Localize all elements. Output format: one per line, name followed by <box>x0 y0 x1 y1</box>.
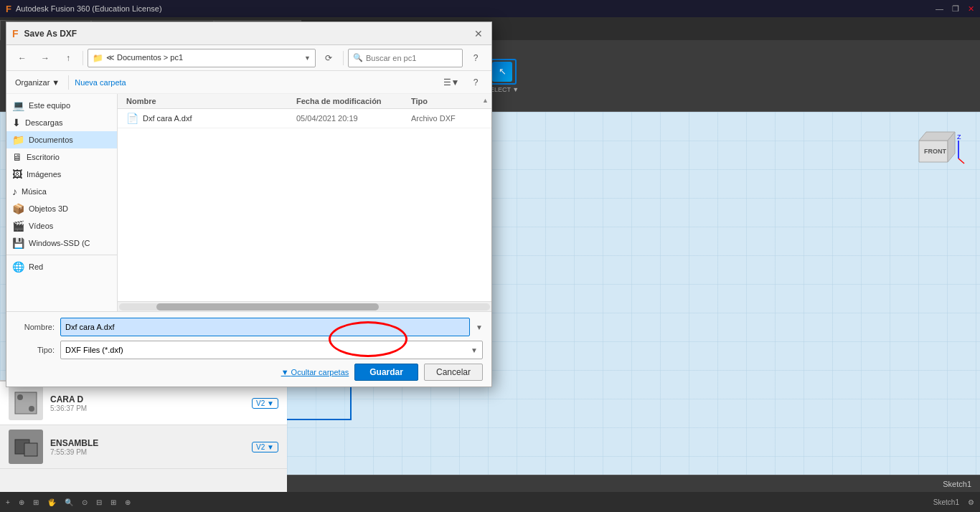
videos-label: Vídeos <box>29 222 53 230</box>
nav2-sep <box>68 75 69 90</box>
footer-type-label: Tipo: <box>15 346 55 354</box>
este-equipo-label: Este equipo <box>29 101 70 110</box>
file-dxf-icon: 📄 <box>126 113 138 124</box>
hide-folders-toggle[interactable]: ▼ Ocultar carpetas <box>281 368 349 376</box>
este-equipo-icon: 💻 <box>12 100 24 111</box>
dialog-body: 💻 Este equipo ⬇ Descargas 📁 Documentos 🖥… <box>6 94 491 311</box>
sidebar-item-imagenes[interactable]: 🖼 Imágenes <box>6 166 117 183</box>
descargas-icon: ⬇ <box>12 117 21 128</box>
toolbar-sep1 <box>83 51 83 65</box>
back-button[interactable]: ← <box>12 49 32 67</box>
dialog-close-button[interactable]: ✕ <box>471 27 486 41</box>
documentos-icon: 📁 <box>12 134 24 146</box>
sidebar-item-musica[interactable]: ♪ Música <box>6 183 117 200</box>
escritorio-icon: 🖥 <box>12 151 22 163</box>
file-dxf-date: 05/04/2021 20:19 <box>296 114 411 123</box>
toolbar-sep2 <box>343 51 344 65</box>
sidebar-item-descargas[interactable]: ⬇ Descargas <box>6 114 117 131</box>
filename-input[interactable] <box>60 318 470 336</box>
windows-ssd-icon: 💾 <box>12 237 24 249</box>
filename-dropdown-arrow[interactable]: ▼ <box>476 323 483 331</box>
dialog-nav2: Organizar ▼ Nueva carpeta ☰▼ ? <box>6 71 491 94</box>
hscroll-track <box>119 303 490 310</box>
imagenes-label: Imágenes <box>27 170 61 179</box>
horizontal-scrollbar[interactable] <box>118 301 491 311</box>
dialog-logo: F <box>12 28 19 39</box>
search-input[interactable] <box>366 54 452 62</box>
nav2-right: ☰▼ ? <box>441 74 486 91</box>
sort-arrow[interactable]: ▲ <box>482 97 489 104</box>
view-options-button[interactable]: ☰▼ <box>441 74 461 91</box>
dialog-titlebar: F Save As DXF ✕ <box>6 22 491 45</box>
col-name-header[interactable]: Nombre <box>126 97 296 105</box>
dialog-title: Save As DXF <box>24 29 466 39</box>
cancel-button[interactable]: Cancelar <box>424 364 483 381</box>
dialog-overlay: F Save As DXF ✕ ← → ↑ 📁 ≪ Documentos > p… <box>0 0 980 512</box>
organize-label: Organizar <box>15 78 50 87</box>
new-folder-button[interactable]: Nueva carpeta <box>75 78 126 87</box>
sidebar-item-objetos3d[interactable]: 📦 Objetos 3D <box>6 200 117 217</box>
up-button[interactable]: ↑ <box>58 49 78 67</box>
sidebar-item-documentos[interactable]: 📁 Documentos <box>6 131 117 148</box>
col-type-header[interactable]: Tipo <box>411 97 483 105</box>
footer-name-label: Nombre: <box>15 323 55 331</box>
sidebar-item-este-equipo[interactable]: 💻 Este equipo <box>6 97 117 114</box>
help-button[interactable]: ? <box>466 49 486 67</box>
organize-arrow: ▼ <box>52 78 60 87</box>
filetype-arrow: ▼ <box>471 346 478 354</box>
organize-button[interactable]: Organizar ▼ <box>12 77 62 88</box>
save-button[interactable]: Guardar <box>354 364 418 381</box>
filetype-value: DXF Files (*.dxf) <box>65 346 123 354</box>
sidebar-item-videos[interactable]: 🎬 Vídeos <box>6 217 117 234</box>
file-dxf-type: Archivo DXF <box>411 114 483 123</box>
escritorio-label: Escritorio <box>27 153 60 161</box>
hscroll-thumb[interactable] <box>156 303 379 310</box>
address-path-docs: ≪ Documentos > pc1 <box>106 53 301 62</box>
file-list: 📄 Dxf cara A.dxf 05/04/2021 20:19 Archiv… <box>118 109 491 301</box>
windows-ssd-label: Windows-SSD (C <box>29 239 90 247</box>
file-list-header-container: Nombre Fecha de modificación Tipo ▲ <box>118 94 491 109</box>
footer-buttons: ▼ Ocultar carpetas Guardar Cancelar <box>15 364 483 381</box>
musica-label: Música <box>22 187 47 196</box>
dialog-file-area: Nombre Fecha de modificación Tipo ▲ 📄 Dx… <box>118 94 491 311</box>
address-dropdown-arrow[interactable]: ▼ <box>304 54 311 62</box>
search-box: 🔍 <box>348 49 463 67</box>
descargas-label: Descargas <box>25 118 63 127</box>
footer-type-row: Tipo: DXF Files (*.dxf) ▼ <box>15 341 483 359</box>
save-as-dxf-dialog: F Save As DXF ✕ ← → ↑ 📁 ≪ Documentos > p… <box>6 22 492 387</box>
objetos3d-icon: 📦 <box>12 203 24 214</box>
sidebar-sep <box>6 255 117 255</box>
refresh-button[interactable]: ⟳ <box>319 49 339 67</box>
address-bar[interactable]: 📁 ≪ Documentos > pc1 ▼ <box>88 49 316 67</box>
dialog-footer: Nombre: ▼ Tipo: DXF Files (*.dxf) ▼ ▼ Oc… <box>6 311 491 387</box>
file-row-dxf-cara-a[interactable]: 📄 Dxf cara A.dxf 05/04/2021 20:19 Archiv… <box>118 109 491 128</box>
documentos-label: Documentos <box>29 136 73 144</box>
dialog-sidebar: 💻 Este equipo ⬇ Descargas 📁 Documentos 🖥… <box>6 94 118 311</box>
sidebar-item-windows-ssd[interactable]: 💾 Windows-SSD (C <box>6 234 117 252</box>
col-date-header[interactable]: Fecha de modificación <box>296 97 411 105</box>
search-icon: 🔍 <box>353 53 363 62</box>
imagenes-icon: 🖼 <box>12 169 22 180</box>
nav2-help-button[interactable]: ? <box>466 74 486 91</box>
footer-name-row: Nombre: ▼ <box>15 318 483 336</box>
red-label: Red <box>29 262 43 271</box>
forward-button[interactable]: → <box>35 49 55 67</box>
sidebar-item-escritorio[interactable]: 🖥 Escritorio <box>6 148 117 166</box>
objetos3d-label: Objetos 3D <box>29 204 68 213</box>
videos-icon: 🎬 <box>12 220 24 232</box>
sidebar-item-red[interactable]: 🌐 Red <box>6 258 117 275</box>
file-dxf-name: Dxf cara A.dxf <box>143 114 296 123</box>
dialog-toolbar: ← → ↑ 📁 ≪ Documentos > pc1 ▼ ⟳ 🔍 ? <box>6 45 491 71</box>
hide-folders-label: Ocultar carpetas <box>291 368 349 376</box>
red-icon: 🌐 <box>12 261 24 272</box>
address-folder-icon: 📁 <box>93 53 103 63</box>
filetype-combo[interactable]: DXF Files (*.dxf) ▼ <box>60 341 483 359</box>
musica-icon: ♪ <box>12 186 17 197</box>
file-list-header: Nombre Fecha de modificación Tipo <box>118 94 491 109</box>
